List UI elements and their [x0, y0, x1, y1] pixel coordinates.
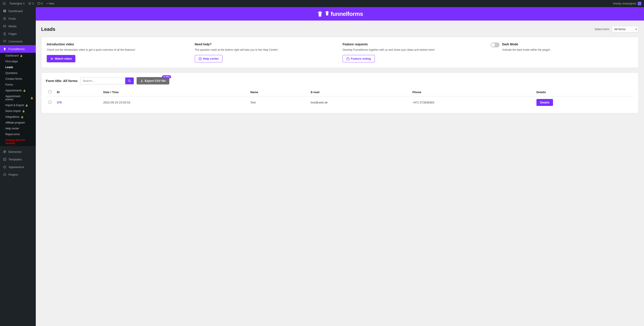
- sidebar-item-dashboard[interactable]: Dashboard: [0, 7, 36, 15]
- select-form-label: Select form:: [594, 27, 610, 31]
- svg-rect-3: [3, 9, 4, 11]
- sidebar-label-pages: Pages: [8, 32, 17, 35]
- sidebar-label-templates: Templates: [8, 158, 22, 161]
- svg-rect-16: [4, 151, 5, 153]
- submenu-item-dashboard[interactable]: Dashboard 🔒: [0, 53, 36, 58]
- funnelforms-logo-icon: [317, 11, 323, 17]
- dark-mode-desc: Activate the dark mode within the plugin…: [502, 48, 550, 52]
- site-name[interactable]: Testengine 1: [10, 2, 24, 5]
- voting-icon: [346, 57, 350, 60]
- details-button[interactable]: Details: [536, 99, 553, 106]
- search-input[interactable]: [80, 77, 125, 84]
- plugin-name: funnelforms: [324, 10, 363, 17]
- svg-marker-26: [325, 11, 330, 15]
- feature-voting-button[interactable]: Feature voting: [342, 55, 375, 62]
- submenu-item-reporterror[interactable]: Report error: [0, 131, 36, 137]
- sidebar-label-plugins: Plugins: [8, 173, 18, 176]
- svg-rect-4: [5, 9, 6, 11]
- new-button[interactable]: + New: [46, 2, 54, 5]
- help-center-button[interactable]: ? Help center: [195, 55, 223, 62]
- row-id: 375: [54, 96, 100, 109]
- watch-video-button[interactable]: Watch video: [47, 55, 75, 62]
- sidebar-label-dashboard: Dashboard: [8, 9, 23, 13]
- submenu-item-appointmentevents[interactable]: Appointment events 🔒: [0, 93, 36, 102]
- submenu-item-questions[interactable]: Questions: [0, 70, 36, 76]
- sidebar-item-posts[interactable]: Posts: [0, 15, 36, 22]
- submenu-item-forms[interactable]: Forms: [0, 82, 36, 88]
- sidebar-item-comments[interactable]: Comments: [0, 37, 36, 45]
- select-form-dropdown[interactable]: All formsForm 1Form 2: [612, 26, 639, 32]
- sidebar: Dashboard Posts Media Pages Comments: [0, 7, 36, 326]
- sidebar-item-pages[interactable]: Pages: [0, 30, 36, 37]
- sidebar-item-funnelforms[interactable]: Funnelforms: [0, 45, 36, 53]
- site-icon: [3, 2, 6, 5]
- svg-rect-24: [4, 174, 6, 176]
- posts-icon: [3, 16, 7, 20]
- leads-table: ID Date / Time Name E-mail Phone Details…: [46, 88, 634, 109]
- search-icon: [128, 79, 131, 82]
- funnelforms-submenu: Dashboard 🔒 First steps Leads Questions …: [0, 53, 36, 146]
- submenu-item-integrations[interactable]: Integrations 🔒: [0, 114, 36, 120]
- form-title-label: Form title: All forms: [46, 79, 78, 83]
- comments-sidebar-icon: [3, 39, 7, 43]
- revisions-count[interactable]: 3: [28, 2, 34, 5]
- elementor-icon: [3, 150, 7, 154]
- submenu-item-affiliate[interactable]: Affiliate program: [0, 120, 36, 126]
- user-howdy[interactable]: Howdy, testengine1: [613, 2, 641, 5]
- wp-admin-bar: Testengine 1 3 0 + New Howdy, testengine…: [0, 0, 644, 7]
- plugin-logo: funnelforms: [317, 10, 363, 17]
- select-all-checkbox[interactable]: [48, 90, 52, 93]
- data-card: Form title: All forms Export CSV file: [41, 72, 639, 113]
- need-help-title: Need help?: [195, 42, 338, 46]
- submenu-item-contactforms[interactable]: Contact forms: [0, 76, 36, 82]
- col-header-details: Details: [534, 88, 634, 96]
- svg-marker-14: [3, 48, 6, 50]
- svg-text:?: ?: [200, 58, 201, 60]
- col-header-email: E-mail: [308, 88, 410, 96]
- play-icon: [50, 57, 54, 60]
- main-content: funnelforms Leads Select form: All forms…: [36, 7, 644, 326]
- page-title: Leads: [41, 26, 56, 32]
- submenu-item-choosepro[interactable]: Choose the Pro Version: [0, 137, 36, 146]
- appearance-icon: [3, 165, 7, 169]
- search-button[interactable]: [125, 77, 134, 84]
- submenu-item-helpcenter[interactable]: Help center: [0, 126, 36, 131]
- row-datetime: 2022-05-24 23:03:53: [100, 96, 248, 109]
- export-btn-wrapper: Export CSV file ★ PRO: [137, 77, 169, 84]
- svg-rect-13: [3, 40, 6, 42]
- row-checkbox[interactable]: [48, 101, 52, 104]
- row-details-cell: Details: [534, 96, 634, 109]
- sidebar-item-plugins[interactable]: Plugins: [0, 171, 36, 178]
- col-header-id: ID: [54, 88, 100, 96]
- svg-rect-2: [38, 2, 40, 4]
- user-avatar: [638, 2, 641, 5]
- sidebar-item-media[interactable]: Media: [0, 22, 36, 30]
- plugins-icon: [3, 173, 7, 177]
- row-email: test@web.de: [308, 96, 410, 109]
- sidebar-item-elementor[interactable]: Elementor: [0, 148, 36, 156]
- submenu-item-firststeps[interactable]: First steps: [0, 58, 36, 64]
- submenu-item-importexport[interactable]: Import & Export 🔒: [0, 102, 36, 108]
- comments-icon: [37, 2, 40, 5]
- lock-icon-appointmentevents: 🔒: [30, 97, 33, 99]
- submenu-item-demoimport[interactable]: Demo import 🔒: [0, 108, 36, 114]
- select-form-row: Select form: All formsForm 1Form 2: [594, 26, 639, 32]
- revisions-icon: [28, 2, 31, 5]
- dark-mode-toggle[interactable]: [490, 42, 500, 47]
- plugin-header: funnelforms: [36, 7, 644, 20]
- intro-video-desc: Check out the introduction video to get …: [47, 48, 190, 52]
- sidebar-item-appearance[interactable]: Appearance: [0, 163, 36, 171]
- pages-icon: [3, 32, 7, 36]
- sidebar-label-media: Media: [8, 24, 16, 28]
- svg-point-23: [5, 167, 5, 167]
- comments-count[interactable]: 0: [37, 2, 43, 5]
- table-body: 375 2022-05-24 23:03:53 Test test@web.de…: [46, 96, 634, 109]
- sidebar-label-appearance: Appearance: [8, 165, 24, 169]
- table-header-row: Form title: All forms Export CSV file: [46, 77, 634, 84]
- submenu-item-leads[interactable]: Leads: [0, 64, 36, 70]
- sidebar-item-templates[interactable]: Templates: [0, 156, 36, 163]
- submenu-item-appointments[interactable]: Appointments 🔒: [0, 88, 36, 93]
- row-id-link[interactable]: 375: [57, 101, 62, 104]
- funnelforms-icon: [3, 47, 7, 51]
- col-header-datetime: Date / Time: [100, 88, 248, 96]
